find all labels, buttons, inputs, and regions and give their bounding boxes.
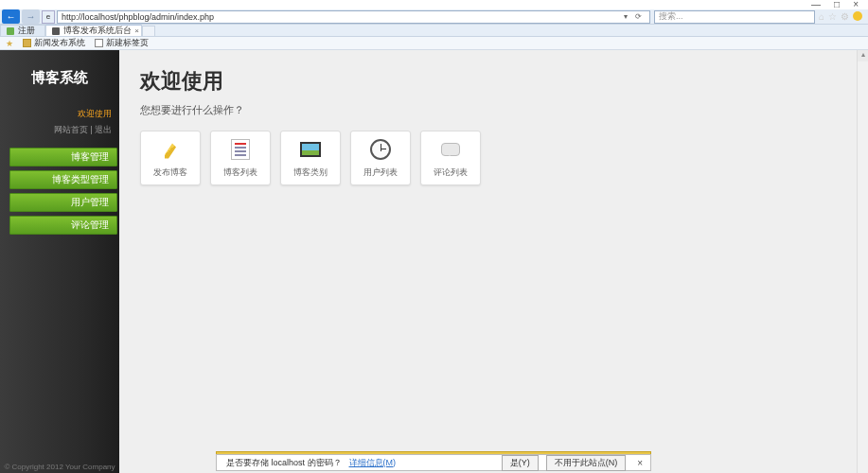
tile-label: 评论列表 xyxy=(434,166,468,179)
sidebar-item-label: 博客类型管理 xyxy=(52,173,109,186)
page-icon xyxy=(95,39,103,47)
search-box[interactable]: 搜索... xyxy=(654,10,815,24)
tile-blog-category[interactable]: 博客类别 xyxy=(280,131,341,185)
notify-details-link[interactable]: 详细信息(M) xyxy=(349,457,397,469)
bookmark-label: 新建标签页 xyxy=(106,37,149,49)
bookmarks-star-icon[interactable]: ★ xyxy=(6,39,13,48)
logo-title: 博客系统 xyxy=(0,50,119,108)
bookmark-label: 新闻发布系统 xyxy=(34,37,85,49)
tile-label: 博客列表 xyxy=(223,166,257,179)
pen-icon xyxy=(159,138,182,161)
minimize-button[interactable]: — xyxy=(811,0,821,9)
smiley-icon[interactable] xyxy=(853,11,862,21)
tile-label: 发布博客 xyxy=(153,166,187,179)
window-controls: — □ × xyxy=(0,0,868,9)
main-panel: 欢迎使用 您想要进行什么操作？ 发布博客 博客列表 博客类别 用户列表 评论列表 xyxy=(119,50,868,473)
tile-user-list[interactable]: 用户列表 xyxy=(350,131,411,185)
copyright-text: © Copyright 2012 Your Company xyxy=(0,463,119,473)
page-subtitle: 您想要进行什么操作？ xyxy=(140,103,847,117)
notify-no-button[interactable]: 不用于此站点(N) xyxy=(546,455,627,471)
bookmarks-bar: ★ 新闻发布系统 新建标签页 xyxy=(0,37,868,50)
folder-icon xyxy=(23,39,31,47)
breadcrumb-links[interactable]: 网站首页 | 退出 xyxy=(0,124,119,140)
notify-close-icon[interactable]: × xyxy=(633,458,647,468)
forward-button[interactable]: → xyxy=(22,9,40,24)
tab-close-icon[interactable]: × xyxy=(134,26,139,35)
tab-admin-active[interactable]: 博客发布系统后台 × xyxy=(45,25,142,36)
notify-message: 是否要存储 localhost 的密码？ xyxy=(226,457,342,469)
close-window-button[interactable]: × xyxy=(853,0,859,9)
search-placeholder: 搜索... xyxy=(659,10,683,23)
tab-favicon-icon xyxy=(7,27,14,35)
tile-blog-list[interactable]: 博客列表 xyxy=(210,131,271,185)
sidebar-item-comment-manage[interactable]: 评论管理 xyxy=(9,216,117,235)
sidebar-menu: 博客管理 博客类型管理 用户管理 评论管理 xyxy=(0,148,119,235)
back-button[interactable]: ← xyxy=(2,9,20,24)
tab-label: 注册 xyxy=(18,25,35,37)
tile-label: 用户列表 xyxy=(363,166,398,179)
bookmark-item[interactable]: 新闻发布系统 xyxy=(23,37,85,49)
sidebar-item-label: 用户管理 xyxy=(71,196,109,209)
sidebar-item-label: 评论管理 xyxy=(71,219,109,232)
settings-icon[interactable]: ⚙ xyxy=(841,11,849,22)
home-icon[interactable]: ⌂ xyxy=(819,11,824,22)
browser-tabs: 注册 博客发布系统后台 × xyxy=(0,25,868,37)
tile-comment-list[interactable]: 评论列表 xyxy=(420,131,481,185)
scroll-up-icon[interactable]: ▴ xyxy=(858,50,868,61)
page-content: 博客系统 欢迎使用 网站首页 | 退出 博客管理 博客类型管理 用户管理 评论管… xyxy=(0,50,868,473)
favorite-icon[interactable]: ☆ xyxy=(828,11,837,22)
page-favicon: e xyxy=(42,10,55,24)
tab-favicon-icon xyxy=(52,27,60,35)
breadcrumb-welcome: 欢迎使用 xyxy=(0,108,119,124)
bookmark-item[interactable]: 新建标签页 xyxy=(95,37,149,49)
password-save-prompt: 是否要存储 localhost 的密码？ 详细信息(M) 是(Y) 不用于此站点… xyxy=(216,451,651,471)
sidebar: 博客系统 欢迎使用 网站首页 | 退出 博客管理 博客类型管理 用户管理 评论管… xyxy=(0,50,119,473)
address-bar[interactable]: http://localhost/phpblog/admin/index.php… xyxy=(57,10,650,24)
tile-publish-blog[interactable]: 发布博客 xyxy=(140,131,201,185)
sidebar-item-blog-type[interactable]: 博客类型管理 xyxy=(9,170,117,189)
maximize-button[interactable]: □ xyxy=(834,0,840,9)
sidebar-item-user-manage[interactable]: 用户管理 xyxy=(9,193,117,212)
tab-register[interactable]: 注册 xyxy=(0,25,45,36)
tile-row: 发布博客 博客列表 博客类别 用户列表 评论列表 xyxy=(140,131,847,185)
refresh-button[interactable]: ⟳ xyxy=(631,12,646,21)
notify-yes-button[interactable]: 是(Y) xyxy=(502,455,539,471)
note-icon xyxy=(229,138,252,161)
toolbar-right-icons: ⌂ ☆ ⚙ xyxy=(819,11,868,22)
sidebar-item-label: 博客管理 xyxy=(71,150,109,164)
tab-label: 博客发布系统后台 xyxy=(63,25,132,37)
clock-icon xyxy=(369,138,392,161)
new-tab-button[interactable] xyxy=(142,26,155,36)
sidebar-item-blog-manage[interactable]: 博客管理 xyxy=(9,148,117,166)
vertical-scrollbar[interactable]: ▴ xyxy=(857,50,868,473)
page-title: 欢迎使用 xyxy=(140,67,847,96)
address-text: http://localhost/phpblog/admin/index.php xyxy=(62,12,214,22)
url-dropdown-icon[interactable]: ▾ xyxy=(620,12,631,21)
picture-icon xyxy=(299,138,322,161)
bubble-icon xyxy=(439,138,462,161)
browser-toolbar: ← → e http://localhost/phpblog/admin/ind… xyxy=(0,9,868,25)
tile-label: 博客类别 xyxy=(293,166,328,179)
